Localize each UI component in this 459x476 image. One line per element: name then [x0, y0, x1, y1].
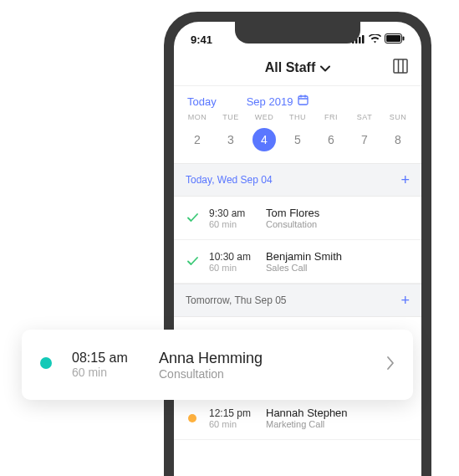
- appointment-type: Consultation: [266, 219, 319, 229]
- day-number: 3: [219, 128, 242, 151]
- appointment-time: 12:15 pm: [209, 407, 256, 419]
- appointment-time: 08:15 am: [72, 351, 139, 366]
- staff-selector-label: All Staff: [265, 60, 315, 75]
- time-block: 9:30 am 60 min: [209, 207, 256, 229]
- month-selector[interactable]: Sep 2019: [247, 95, 309, 108]
- appointment-type: Consultation: [159, 367, 263, 381]
- check-icon: [186, 257, 199, 266]
- phone-screen: 9:41 All Staff: [174, 22, 421, 476]
- day-col[interactable]: MON 2: [181, 113, 214, 151]
- svg-rect-5: [386, 35, 400, 42]
- day-number: 4: [252, 128, 276, 151]
- check-icon: [186, 213, 199, 223]
- staff-selector[interactable]: All Staff: [265, 60, 330, 75]
- day-abbr: SUN: [381, 113, 415, 121]
- day-number: 2: [186, 128, 209, 151]
- details-block: Anna Hemming Consultation: [159, 350, 263, 381]
- appointment-duration: 60 min: [209, 219, 256, 229]
- appointment-type: Sales Call: [266, 263, 342, 273]
- day-abbr: MON: [181, 113, 214, 121]
- chevron-down-icon: [320, 60, 330, 75]
- status-icons: [352, 33, 405, 46]
- day-abbr: WED: [247, 113, 281, 121]
- month-label: Sep 2019: [247, 95, 293, 108]
- time-block: 12:15 pm 60 min: [209, 407, 256, 429]
- status-dot-icon: [40, 357, 52, 372]
- svg-rect-7: [394, 59, 407, 73]
- appointment-time: 9:30 am: [209, 207, 256, 219]
- add-appointment-button[interactable]: +: [400, 293, 410, 308]
- svg-rect-2: [359, 37, 361, 44]
- day-col[interactable]: SAT 7: [348, 113, 381, 151]
- status-dot-icon: [186, 414, 199, 422]
- day-abbr: FRI: [314, 113, 348, 121]
- details-block: Tom Flores Consultation: [266, 207, 319, 229]
- appointment-row[interactable]: 10:30 am 60 min Benjamin Smith Sales Cal…: [174, 240, 421, 284]
- phone-frame: 9:41 All Staff: [164, 12, 431, 476]
- time-block: 10:30 am 60 min: [209, 251, 256, 273]
- day-number: 6: [319, 128, 343, 151]
- section-label: Tomorrow, Thu Sep 05: [186, 294, 287, 306]
- svg-rect-10: [298, 96, 308, 105]
- svg-rect-3: [362, 35, 365, 44]
- day-number: 7: [353, 128, 376, 151]
- phone-notch: [235, 22, 360, 44]
- section-header-tomorrow: Tomorrow, Thu Sep 05 +: [174, 284, 421, 317]
- highlighted-appointment-card[interactable]: 08:15 am 60 min Anna Hemming Consultatio…: [22, 330, 413, 400]
- day-col[interactable]: TUE 3: [214, 113, 247, 151]
- day-number: 5: [286, 128, 309, 151]
- date-selector-row: Today Sep 2019: [174, 86, 421, 113]
- details-block: Benjamin Smith Sales Call: [266, 250, 342, 273]
- day-abbr: SAT: [348, 113, 381, 121]
- calendar-icon: [298, 95, 309, 108]
- day-col[interactable]: SUN 8: [381, 113, 415, 151]
- battery-icon: [385, 33, 405, 46]
- details-block: Hannah Stephen Marketing Call: [266, 407, 348, 429]
- appointment-row[interactable]: 9:30 am 60 min Tom Flores Consultation: [174, 197, 421, 240]
- client-name: Tom Flores: [266, 207, 319, 219]
- day-col[interactable]: FRI 6: [314, 113, 348, 151]
- appointment-duration: 60 min: [209, 263, 256, 273]
- day-abbr: TUE: [214, 113, 247, 121]
- week-row: MON 2 TUE 3 WED 4 THU 5 FRI 6 SAT 7: [174, 113, 421, 163]
- status-time: 9:41: [191, 33, 212, 46]
- client-name: Anna Hemming: [159, 350, 263, 367]
- section-label: Today, Wed Sep 04: [186, 174, 273, 186]
- day-col[interactable]: WED 4: [247, 113, 281, 151]
- grid-view-icon[interactable]: [393, 59, 408, 77]
- appointment-duration: 60 min: [72, 366, 139, 379]
- client-name: Benjamin Smith: [266, 250, 342, 263]
- day-number: 8: [386, 128, 410, 151]
- today-link[interactable]: Today: [187, 95, 217, 108]
- appointment-type: Marketing Call: [266, 419, 348, 429]
- client-name: Hannah Stephen: [266, 407, 348, 419]
- appointment-time: 10:30 am: [209, 251, 256, 263]
- day-col[interactable]: THU 5: [281, 113, 314, 151]
- wifi-icon: [369, 33, 381, 46]
- add-appointment-button[interactable]: +: [400, 172, 410, 187]
- time-block: 08:15 am 60 min: [72, 351, 139, 379]
- day-abbr: THU: [281, 113, 314, 121]
- section-header-today: Today, Wed Sep 04 +: [174, 163, 421, 197]
- appointment-row[interactable]: 12:15 pm 60 min Hannah Stephen Marketing…: [174, 397, 421, 440]
- chevron-right-icon: [386, 356, 395, 374]
- app-header: All Staff: [174, 50, 421, 86]
- svg-rect-6: [403, 36, 405, 40]
- appointment-duration: 60 min: [209, 419, 256, 429]
